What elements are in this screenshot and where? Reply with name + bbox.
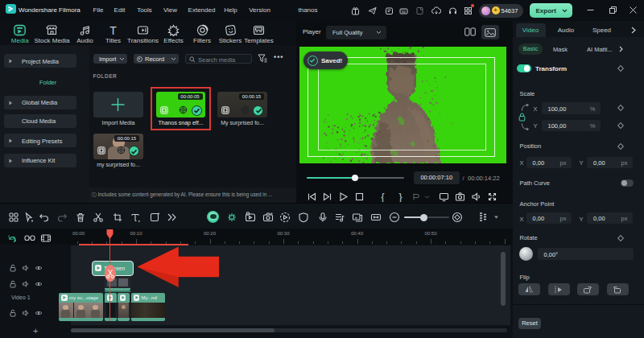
svg-text:T: T [109,24,117,36]
svg-text:}: } [398,192,402,202]
svg-text:{: { [381,192,384,202]
